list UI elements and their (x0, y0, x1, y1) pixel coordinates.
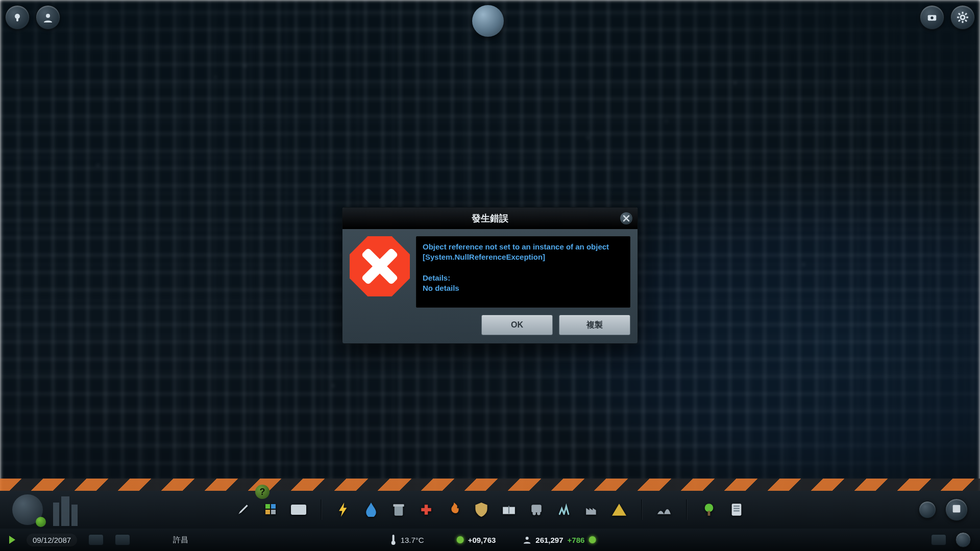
svg-line-11 (965, 20, 967, 21)
dialog-titlebar: 發生錯誤 (342, 208, 638, 229)
money-display: +09,763 (451, 534, 502, 546)
tree-icon[interactable] (700, 501, 718, 518)
pop-dot-icon (589, 536, 596, 543)
speed-2-button[interactable] (115, 534, 130, 545)
bulldoze-icon[interactable] (728, 501, 745, 518)
milestones-button[interactable] (945, 498, 968, 521)
svg-line-10 (959, 13, 960, 15)
temperature-display: 13.7°C (384, 533, 430, 547)
svg-rect-28 (732, 504, 742, 515)
status-right (931, 532, 971, 547)
hazard-stripe (0, 479, 980, 491)
fire-icon[interactable] (445, 501, 462, 518)
error-details-value: No details (423, 284, 459, 292)
copy-button[interactable]: 複製 (559, 315, 630, 335)
landscaping-icon[interactable] (655, 501, 673, 518)
error-details-label: Details: (423, 273, 450, 282)
dialog-buttons: OK 複製 (342, 315, 638, 343)
build-toolbar: ? (0, 491, 980, 529)
dialog-title: 發生錯誤 (472, 212, 508, 224)
parks-icon[interactable] (555, 501, 573, 518)
money-dot-icon (457, 536, 464, 543)
svg-point-25 (537, 512, 541, 515)
population-display: 261,297 +786 (522, 535, 596, 544)
transport-icon[interactable] (528, 501, 545, 518)
water-icon[interactable] (362, 501, 380, 518)
svg-rect-31 (733, 510, 740, 511)
close-icon (623, 215, 630, 222)
free-camera-button[interactable] (919, 501, 936, 518)
health-icon[interactable] (418, 501, 435, 518)
advisor-button[interactable] (36, 5, 60, 30)
svg-rect-33 (393, 535, 395, 542)
svg-rect-18 (265, 510, 270, 514)
hazard-icon[interactable] (610, 501, 628, 518)
svg-rect-22 (393, 504, 404, 507)
svg-rect-27 (708, 511, 710, 515)
zones-icon[interactable] (262, 501, 280, 518)
underground-view-button[interactable] (955, 532, 971, 547)
toolbar-separator (641, 499, 642, 520)
svg-rect-19 (271, 510, 276, 514)
ok-button[interactable]: OK (481, 315, 553, 335)
status-bar: 09/12/2087 許昌 13.7°C +09,763 261,297 +78… (0, 529, 980, 551)
toolbar-separator (686, 499, 687, 520)
camera-button[interactable] (920, 5, 944, 30)
speed-1-button[interactable] (88, 534, 104, 545)
error-dialog: 發生錯誤 Object reference not set to an inst… (342, 207, 638, 344)
top-left-hud (5, 5, 60, 30)
garbage-icon[interactable] (390, 501, 407, 518)
svg-point-34 (391, 541, 396, 545)
error-line-2: [System.NullReferenceException] (423, 253, 545, 261)
police-icon[interactable] (473, 501, 490, 518)
svg-point-26 (705, 504, 714, 512)
trophy-icon (951, 504, 962, 515)
svg-point-2 (46, 14, 50, 18)
chirper-button[interactable] (5, 5, 30, 30)
pause-menu-button[interactable] (931, 534, 946, 545)
education-icon[interactable] (500, 501, 518, 518)
svg-line-13 (965, 13, 967, 15)
svg-point-35 (525, 537, 528, 540)
svg-line-12 (959, 20, 960, 21)
city-silhouette-icon (48, 493, 89, 526)
dialog-close-button[interactable] (620, 212, 632, 224)
thermometer-icon (390, 535, 397, 545)
toolbar-right (919, 498, 968, 521)
svg-rect-29 (733, 506, 740, 507)
svg-rect-23 (531, 505, 542, 512)
svg-point-4 (930, 16, 934, 19)
brush-icon[interactable] (235, 501, 252, 518)
date-display[interactable]: 09/12/2087 (27, 534, 77, 546)
city-name: 許昌 (173, 535, 188, 545)
status-center: 13.7°C +09,763 261,297 +786 (384, 533, 596, 547)
toolbar-icon-row (235, 499, 745, 520)
top-right-hud (920, 5, 975, 30)
toolbar-separator (321, 499, 322, 520)
svg-rect-20 (291, 505, 306, 515)
info-views-button[interactable] (12, 494, 43, 525)
dialog-body: Object reference not set to an instance … (342, 229, 638, 315)
svg-point-24 (532, 512, 536, 515)
svg-rect-32 (953, 505, 961, 513)
error-icon (350, 236, 410, 296)
gear-icon (957, 11, 969, 23)
districts-icon[interactable] (290, 501, 307, 518)
error-line-1: Object reference not set to an instance … (423, 242, 609, 251)
electricity-icon[interactable] (335, 501, 352, 518)
svg-point-5 (961, 15, 965, 19)
svg-rect-30 (733, 508, 740, 509)
play-button[interactable] (9, 536, 15, 544)
settings-button[interactable] (950, 5, 975, 30)
industry-icon[interactable] (583, 501, 600, 518)
error-message-box: Object reference not set to an instance … (416, 236, 630, 308)
svg-rect-16 (265, 504, 270, 509)
svg-rect-17 (271, 504, 276, 509)
population-icon (522, 535, 531, 544)
help-button[interactable]: ? (255, 485, 270, 499)
svg-rect-1 (16, 18, 18, 21)
weather-icon[interactable] (472, 5, 504, 37)
svg-rect-21 (395, 506, 403, 516)
